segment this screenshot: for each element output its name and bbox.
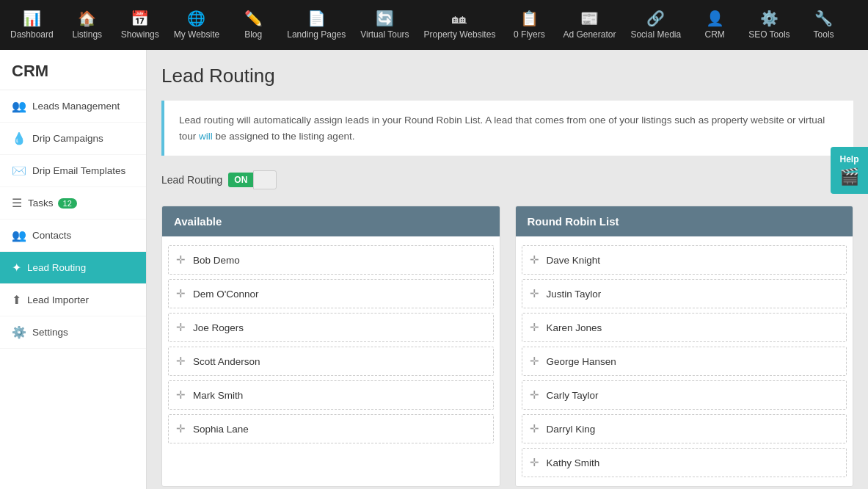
rr-item-name: Justin Taylor [547, 289, 602, 300]
list-item[interactable]: ✛Dave Knight [522, 245, 847, 275]
sidebar-item-settings[interactable]: ⚙️Settings [0, 316, 146, 349]
rr-item-name: Karen Jones [547, 322, 602, 333]
list-item[interactable]: ✛Sophia Lane [168, 414, 494, 443]
top-navigation: 📊Dashboard🏠Listings📅Showings🌐My Website✏… [0, 0, 868, 50]
sidebar-label-contacts: Contacts [32, 230, 71, 241]
help-icon: 🎬 [839, 167, 859, 186]
sidebar-label-drip-campaigns: Drip Campaigns [32, 133, 103, 144]
available-list-items: ✛Bob Demo✛Dem O'Connor✛Joe Rogers✛Scott … [162, 236, 500, 452]
available-list-header: Available [162, 206, 500, 236]
blog-label: Blog [244, 29, 262, 40]
info-box: Lead routing will automatically assign l… [161, 101, 853, 156]
seo-tools-label: SEO Tools [748, 29, 789, 40]
flyers-label: 0 Flyers [514, 29, 545, 40]
sidebar-item-tasks[interactable]: ☰Tasks12 [0, 187, 146, 220]
listings-icon: 🏠 [78, 10, 96, 27]
list-item[interactable]: ✛Mark Smith [168, 380, 494, 410]
sidebar-label-tasks: Tasks [28, 198, 54, 209]
nav-item-property-websites[interactable]: 🏘Property Websites [417, 0, 503, 50]
list-item[interactable]: ✛Kathy Smith [522, 448, 847, 477]
sidebar-label-leads-management: Leads Management [32, 101, 120, 112]
virtual-tours-label: Virtual Tours [360, 29, 409, 40]
toggle-label: Lead Routing [161, 174, 222, 186]
nav-item-tools[interactable]: 🔧Tools [798, 0, 850, 50]
sidebar: CRM 👥Leads Management💧Drip Campaigns✉️Dr… [0, 50, 147, 489]
toggle-off-area[interactable] [253, 170, 277, 189]
my-website-label: My Website [174, 29, 219, 40]
drag-icon: ✛ [176, 253, 186, 267]
nav-item-showings[interactable]: 📅Showings [114, 0, 167, 50]
ad-generator-label: Ad Generator [563, 29, 616, 40]
crm-icon: 👤 [706, 10, 724, 27]
sidebar-title: CRM [0, 50, 146, 90]
drag-icon: ✛ [530, 388, 539, 402]
drag-icon: ✛ [530, 422, 539, 435]
available-item-name: Dem O'Connor [193, 289, 259, 300]
drag-icon: ✛ [176, 321, 186, 334]
round-robin-list-header: Round Robin List [516, 206, 853, 236]
help-label: Help [839, 154, 858, 164]
info-text-end: be assigned to the listing agent. [213, 131, 355, 142]
property-websites-icon: 🏘 [452, 10, 467, 27]
nav-item-blog[interactable]: ✏️Blog [227, 0, 280, 50]
drag-icon: ✛ [530, 456, 539, 469]
sidebar-item-leads-management[interactable]: 👥Leads Management [0, 90, 146, 123]
sidebar-item-contacts[interactable]: 👥Contacts [0, 220, 146, 252]
virtual-tours-icon: 🔄 [376, 10, 394, 27]
nav-item-ad-generator[interactable]: 📰Ad Generator [555, 0, 623, 50]
drag-icon: ✛ [530, 253, 539, 267]
property-websites-label: Property Websites [424, 29, 496, 40]
landing-pages-label: Landing Pages [287, 29, 346, 40]
drag-icon: ✛ [530, 287, 539, 300]
info-link[interactable]: will [199, 131, 213, 142]
lists-row: Available ✛Bob Demo✛Dem O'Connor✛Joe Rog… [161, 206, 853, 487]
help-button[interactable]: Help 🎬 [831, 147, 868, 194]
contacts-icon: 👥 [12, 228, 26, 242]
sidebar-item-drip-campaigns[interactable]: 💧Drip Campaigns [0, 123, 146, 155]
list-item[interactable]: ✛Darryl King [522, 414, 847, 443]
list-item[interactable]: ✛Scott Anderson [168, 347, 494, 376]
social-media-label: Social Media [630, 29, 681, 40]
nav-item-seo-tools[interactable]: ⚙️SEO Tools [741, 0, 797, 50]
nav-item-landing-pages[interactable]: 📄Landing Pages [280, 0, 353, 50]
rr-item-name: Kathy Smith [547, 457, 600, 468]
nav-item-virtual-tours[interactable]: 🔄Virtual Tours [353, 0, 416, 50]
sidebar-item-drip-email-templates[interactable]: ✉️Drip Email Templates [0, 155, 146, 187]
nav-item-flyers[interactable]: 📋0 Flyers [503, 0, 555, 50]
available-item-name: Sophia Lane [193, 424, 249, 435]
seo-tools-icon: ⚙️ [760, 10, 778, 27]
drag-icon: ✛ [530, 321, 539, 334]
nav-item-dashboard[interactable]: 📊Dashboard [3, 0, 61, 50]
nav-item-my-website[interactable]: 🌐My Website [167, 0, 227, 50]
list-item[interactable]: ✛Joe Rogers [168, 313, 494, 342]
available-item-name: Bob Demo [193, 255, 240, 266]
main-content: Lead Routing Lead routing will automatic… [147, 50, 868, 489]
list-item[interactable]: ✛Karen Jones [522, 313, 847, 342]
rr-item-name: Carly Taylor [547, 390, 599, 401]
dashboard-label: Dashboard [10, 29, 54, 40]
ad-generator-icon: 📰 [580, 10, 599, 27]
round-robin-list-items: ✛Dave Knight✛Justin Taylor✛Karen Jones✛G… [516, 236, 853, 486]
drag-icon: ✛ [176, 287, 186, 300]
page-title: Lead Routing [161, 65, 853, 87]
nav-item-social-media[interactable]: 🔗Social Media [623, 0, 688, 50]
tools-label: Tools [814, 29, 834, 40]
list-item[interactable]: ✛George Hansen [522, 347, 847, 376]
list-item[interactable]: ✛Bob Demo [168, 245, 494, 275]
rr-item-name: Dave Knight [547, 255, 601, 266]
list-item[interactable]: ✛Justin Taylor [522, 279, 847, 308]
drag-icon: ✛ [176, 355, 186, 368]
toggle-on-button[interactable]: ON [228, 173, 253, 187]
sidebar-item-lead-routing[interactable]: ✦Lead Routing [0, 252, 146, 284]
nav-item-listings[interactable]: 🏠Listings [61, 0, 114, 50]
drag-icon: ✛ [176, 388, 186, 402]
round-robin-list-container: Round Robin List ✛Dave Knight✛Justin Tay… [515, 206, 854, 487]
list-item[interactable]: ✛Dem O'Connor [168, 279, 494, 308]
list-item[interactable]: ✛Carly Taylor [522, 380, 847, 410]
sidebar-item-lead-importer[interactable]: ⬆Lead Importer [0, 284, 146, 316]
settings-icon: ⚙️ [12, 325, 26, 339]
sidebar-label-lead-importer: Lead Importer [27, 294, 89, 305]
available-item-name: Joe Rogers [193, 322, 244, 333]
blog-icon: ✏️ [244, 10, 263, 27]
nav-item-crm[interactable]: 👤CRM [688, 0, 741, 50]
